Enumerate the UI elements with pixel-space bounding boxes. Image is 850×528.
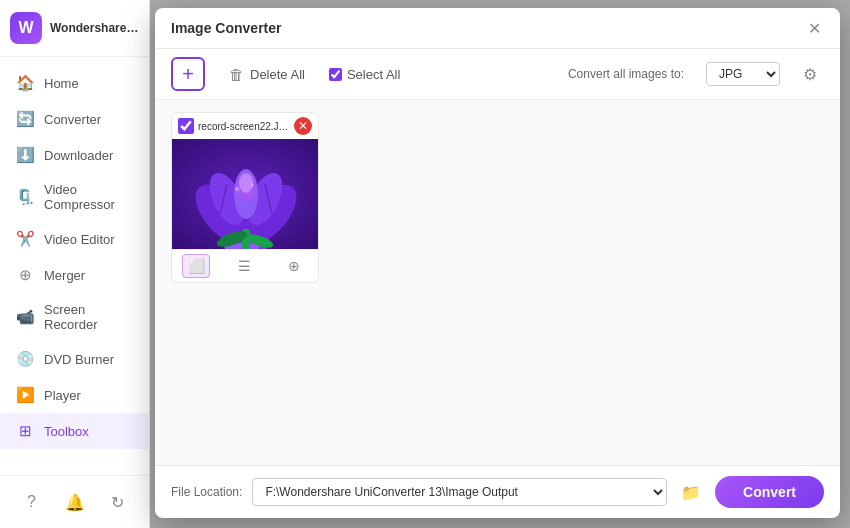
modal-footer: File Location: F:\Wondershare UniConvert… <box>155 465 840 518</box>
svg-point-16 <box>251 184 254 187</box>
downloader-icon: ⬇️ <box>16 146 34 164</box>
sidebar-label-video-compressor: Video Compressor <box>44 182 133 212</box>
close-button[interactable]: ✕ <box>804 18 824 38</box>
modal-title: Image Converter <box>171 20 281 36</box>
sidebar-label-toolbox: Toolbox <box>44 424 89 439</box>
sidebar-item-merger[interactable]: ⊕ Merger <box>0 257 149 293</box>
merger-icon: ⊕ <box>16 266 34 284</box>
delete-all-button[interactable]: 🗑 Delete All <box>221 62 313 87</box>
sidebar-label-dvd-burner: DVD Burner <box>44 352 114 367</box>
add-file-button[interactable]: + <box>171 57 205 91</box>
sidebar-item-video-editor[interactable]: ✂️ Video Editor <box>0 221 149 257</box>
sidebar-item-toolbox[interactable]: ⊞ Toolbox <box>0 413 149 449</box>
sidebar: W Wondershare UniCon 🏠 Home 🔄 Converter … <box>0 0 150 528</box>
sidebar-label-player: Player <box>44 388 81 403</box>
file-card: record-screen22.JPG ✕ <box>171 112 319 283</box>
sidebar-label-downloader: Downloader <box>44 148 113 163</box>
image-converter-modal: Image Converter ✕ + 🗑 Delete All Select … <box>155 8 840 518</box>
convert-button[interactable]: Convert <box>715 476 824 508</box>
sidebar-label-converter: Converter <box>44 112 101 127</box>
modal-toolbar: + 🗑 Delete All Select All Convert all im… <box>155 49 840 100</box>
zoom-action-button[interactable]: ⊕ <box>280 254 308 278</box>
list-action-button[interactable]: ☰ <box>231 254 259 278</box>
sidebar-item-player[interactable]: ▶️ Player <box>0 377 149 413</box>
file-name: record-screen22.JPG <box>198 121 290 132</box>
converter-icon: 🔄 <box>16 110 34 128</box>
select-all-label: Select All <box>347 67 400 82</box>
settings-icon-button[interactable]: ⚙ <box>796 60 824 88</box>
dvd-burner-icon: 💿 <box>16 350 34 368</box>
thumbnail-svg <box>172 139 319 249</box>
select-all-checkbox[interactable] <box>329 68 342 81</box>
svg-point-15 <box>235 187 239 191</box>
folder-button[interactable]: 📁 <box>677 478 705 506</box>
modal-content: record-screen22.JPG ✕ <box>155 100 840 465</box>
file-remove-button[interactable]: ✕ <box>294 117 312 135</box>
player-icon: ▶️ <box>16 386 34 404</box>
sidebar-footer: ? 🔔 ↻ <box>0 475 149 528</box>
video-editor-icon: ✂️ <box>16 230 34 248</box>
delete-icon: 🗑 <box>229 66 244 83</box>
sidebar-item-dvd-burner[interactable]: 💿 DVD Burner <box>0 341 149 377</box>
app-name: Wondershare UniCon <box>50 21 139 35</box>
output-path-select[interactable]: F:\Wondershare UniConverter 13\Image Out… <box>252 478 667 506</box>
svg-point-9 <box>239 173 253 193</box>
file-checkbox[interactable] <box>178 118 194 134</box>
nav-items: 🏠 Home 🔄 Converter ⬇️ Downloader 🗜️ Vide… <box>0 57 149 475</box>
refresh-icon[interactable]: ↻ <box>104 488 132 516</box>
sidebar-header: W Wondershare UniCon <box>0 0 149 57</box>
sidebar-label-merger: Merger <box>44 268 85 283</box>
file-thumbnail <box>172 139 319 249</box>
help-icon[interactable]: ? <box>18 488 46 516</box>
sidebar-item-video-compressor[interactable]: 🗜️ Video Compressor <box>0 173 149 221</box>
file-card-header: record-screen22.JPG ✕ <box>172 113 318 139</box>
app-logo: W <box>10 12 42 44</box>
sidebar-item-home[interactable]: 🏠 Home <box>0 65 149 101</box>
delete-all-label: Delete All <box>250 67 305 82</box>
sidebar-label-home: Home <box>44 76 79 91</box>
select-all-checkbox-label[interactable]: Select All <box>329 67 400 82</box>
convert-all-label: Convert all images to: <box>568 67 684 81</box>
sidebar-label-video-editor: Video Editor <box>44 232 115 247</box>
screen-recorder-icon: 📹 <box>16 308 34 326</box>
toolbox-icon: ⊞ <box>16 422 34 440</box>
sidebar-item-downloader[interactable]: ⬇️ Downloader <box>0 137 149 173</box>
sidebar-item-screen-recorder[interactable]: 📹 Screen Recorder <box>0 293 149 341</box>
notification-icon[interactable]: 🔔 <box>61 488 89 516</box>
file-actions: ⬜ ☰ ⊕ <box>172 249 318 282</box>
file-location-label: File Location: <box>171 485 242 499</box>
add-file-icon: + <box>182 63 194 86</box>
crop-action-button[interactable]: ⬜ <box>182 254 210 278</box>
sidebar-label-screen-recorder: Screen Recorder <box>44 302 133 332</box>
home-icon: 🏠 <box>16 74 34 92</box>
sidebar-item-converter[interactable]: 🔄 Converter <box>0 101 149 137</box>
format-select[interactable]: JPGPNGBMPWEBPTIFFGIF <box>706 62 780 86</box>
modal-titlebar: Image Converter ✕ <box>155 8 840 49</box>
video-compressor-icon: 🗜️ <box>16 188 34 206</box>
